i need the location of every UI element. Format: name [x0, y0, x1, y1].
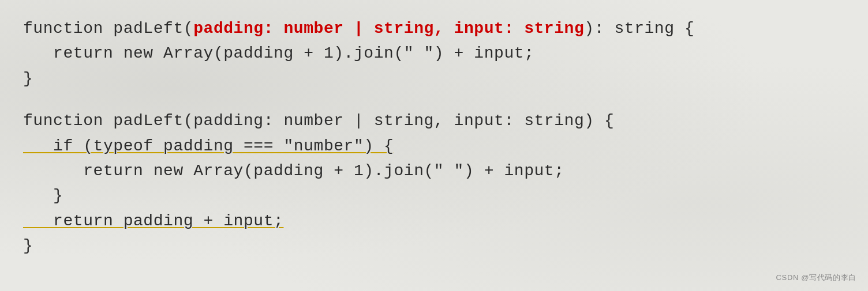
code-line-2-3: return new Array(padding + 1).join(" ") … [23, 158, 845, 183]
watermark: CSDN @写代码的李白 [776, 273, 856, 283]
code-container: function padLeft(padding: number | strin… [0, 0, 868, 291]
code-line-1-2: return new Array(padding + 1).join(" ") … [23, 41, 845, 66]
code-line-1-3: } [23, 66, 845, 91]
code-block-2: function padLeft(padding: number | strin… [23, 108, 845, 258]
code-line-2-2: if (typeof padding === "number") { [23, 134, 845, 158]
code-line-1-1: function padLeft(padding: number | strin… [23, 16, 845, 41]
code-line-2-4: } [23, 183, 845, 208]
code-line-2-1: function padLeft(padding: number | strin… [23, 108, 845, 133]
code-block-1: function padLeft(padding: number | strin… [23, 16, 845, 91]
code-line-2-6: } [23, 233, 845, 258]
code-line-2-5: return padding + input; [23, 209, 845, 233]
